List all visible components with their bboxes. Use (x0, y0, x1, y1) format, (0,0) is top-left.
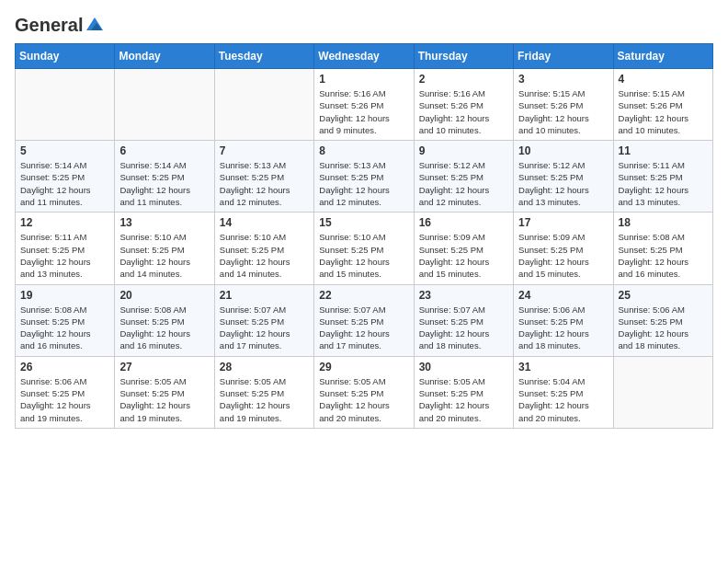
day-number: 21 (220, 289, 309, 302)
day-info: Sunrise: 5:09 AMSunset: 5:25 PMDaylight:… (518, 231, 608, 280)
weekday-header: Tuesday (214, 44, 313, 69)
calendar-cell: 21Sunrise: 5:07 AMSunset: 5:25 PMDayligh… (214, 284, 313, 356)
day-info: Sunrise: 5:12 AMSunset: 5:25 PMDaylight:… (419, 159, 508, 208)
calendar-cell: 7Sunrise: 5:13 AMSunset: 5:25 PMDaylight… (214, 141, 313, 213)
day-info: Sunrise: 5:08 AMSunset: 5:25 PMDaylight:… (119, 304, 209, 352)
day-number: 1 (319, 73, 408, 86)
day-number: 20 (119, 289, 209, 302)
day-number: 9 (419, 144, 508, 157)
day-info: Sunrise: 5:07 AMSunset: 5:25 PMDaylight:… (419, 304, 508, 352)
calendar-cell: 6Sunrise: 5:14 AMSunset: 5:25 PMDaylight… (115, 141, 214, 213)
calendar-cell: 27Sunrise: 5:05 AMSunset: 5:25 PMDayligh… (115, 356, 214, 428)
calendar-cell: 23Sunrise: 5:07 AMSunset: 5:25 PMDayligh… (414, 284, 513, 356)
day-info: Sunrise: 5:06 AMSunset: 5:25 PMDaylight:… (20, 375, 109, 424)
day-info: Sunrise: 5:07 AMSunset: 5:25 PMDaylight:… (319, 304, 408, 352)
day-number: 16 (419, 216, 508, 229)
day-number: 18 (619, 216, 708, 229)
calendar-cell: 2Sunrise: 5:16 AMSunset: 5:26 PMDaylight… (414, 69, 513, 141)
day-number: 13 (119, 216, 209, 229)
calendar-cell: 26Sunrise: 5:06 AMSunset: 5:25 PMDayligh… (16, 356, 115, 428)
day-info: Sunrise: 5:13 AMSunset: 5:25 PMDaylight:… (319, 159, 408, 208)
day-info: Sunrise: 5:05 AMSunset: 5:25 PMDaylight:… (419, 375, 508, 424)
calendar-cell: 13Sunrise: 5:10 AMSunset: 5:25 PMDayligh… (115, 213, 214, 284)
calendar-cell: 29Sunrise: 5:05 AMSunset: 5:25 PMDayligh… (314, 356, 414, 428)
calendar-cell: 17Sunrise: 5:09 AMSunset: 5:25 PMDayligh… (514, 213, 613, 284)
calendar-cell: 30Sunrise: 5:05 AMSunset: 5:25 PMDayligh… (414, 356, 513, 428)
day-number: 8 (319, 144, 408, 157)
day-info: Sunrise: 5:05 AMSunset: 5:25 PMDaylight:… (220, 375, 309, 424)
day-info: Sunrise: 5:06 AMSunset: 5:25 PMDaylight:… (518, 304, 608, 352)
calendar-cell: 25Sunrise: 5:06 AMSunset: 5:25 PMDayligh… (613, 284, 712, 356)
day-number: 23 (419, 289, 508, 302)
calendar-cell (613, 356, 712, 428)
day-number: 25 (619, 289, 708, 302)
weekday-header: Wednesday (314, 44, 414, 69)
calendar-cell: 22Sunrise: 5:07 AMSunset: 5:25 PMDayligh… (314, 284, 414, 356)
day-info: Sunrise: 5:08 AMSunset: 5:25 PMDaylight:… (20, 304, 109, 352)
day-info: Sunrise: 5:15 AMSunset: 5:26 PMDaylight:… (518, 87, 608, 136)
logo-general-text: General (15, 15, 83, 36)
weekday-header: Friday (514, 44, 613, 69)
day-number: 17 (518, 216, 608, 229)
day-number: 2 (419, 73, 508, 86)
day-info: Sunrise: 5:13 AMSunset: 5:25 PMDaylight:… (220, 159, 309, 208)
calendar-cell: 15Sunrise: 5:10 AMSunset: 5:25 PMDayligh… (314, 213, 414, 284)
calendar-cell: 31Sunrise: 5:04 AMSunset: 5:25 PMDayligh… (514, 356, 613, 428)
day-info: Sunrise: 5:11 AMSunset: 5:25 PMDaylight:… (20, 231, 109, 280)
calendar-cell: 14Sunrise: 5:10 AMSunset: 5:25 PMDayligh… (214, 213, 313, 284)
calendar-cell: 19Sunrise: 5:08 AMSunset: 5:25 PMDayligh… (16, 284, 115, 356)
day-number: 14 (220, 216, 309, 229)
calendar-cell: 18Sunrise: 5:08 AMSunset: 5:25 PMDayligh… (613, 213, 712, 284)
day-info: Sunrise: 5:07 AMSunset: 5:25 PMDaylight:… (220, 304, 309, 352)
day-info: Sunrise: 5:09 AMSunset: 5:25 PMDaylight:… (419, 231, 508, 280)
calendar-row: 12Sunrise: 5:11 AMSunset: 5:25 PMDayligh… (16, 213, 713, 284)
day-number: 7 (220, 144, 309, 157)
day-number: 27 (119, 361, 209, 373)
calendar-cell: 20Sunrise: 5:08 AMSunset: 5:25 PMDayligh… (115, 284, 214, 356)
calendar-cell: 16Sunrise: 5:09 AMSunset: 5:25 PMDayligh… (414, 213, 513, 284)
day-info: Sunrise: 5:12 AMSunset: 5:25 PMDaylight:… (518, 159, 608, 208)
calendar-header-row: SundayMondayTuesdayWednesdayThursdayFrid… (16, 44, 713, 69)
weekday-header: Thursday (414, 44, 513, 69)
day-number: 26 (20, 361, 109, 373)
weekday-header: Sunday (16, 44, 115, 69)
day-number: 6 (119, 144, 209, 157)
day-number: 19 (20, 289, 109, 302)
weekday-header: Monday (115, 44, 214, 69)
day-info: Sunrise: 5:10 AMSunset: 5:25 PMDaylight:… (119, 231, 209, 280)
calendar-row: 1Sunrise: 5:16 AMSunset: 5:26 PMDaylight… (16, 69, 713, 141)
day-info: Sunrise: 5:10 AMSunset: 5:25 PMDaylight:… (319, 231, 408, 280)
day-info: Sunrise: 5:05 AMSunset: 5:25 PMDaylight:… (319, 375, 408, 424)
calendar-cell: 11Sunrise: 5:11 AMSunset: 5:25 PMDayligh… (613, 141, 712, 213)
calendar-cell: 8Sunrise: 5:13 AMSunset: 5:25 PMDaylight… (314, 141, 414, 213)
day-number: 30 (419, 361, 508, 373)
day-info: Sunrise: 5:11 AMSunset: 5:25 PMDaylight:… (619, 159, 708, 208)
day-number: 3 (518, 73, 608, 86)
calendar-cell: 1Sunrise: 5:16 AMSunset: 5:26 PMDaylight… (314, 69, 414, 141)
calendar-cell: 24Sunrise: 5:06 AMSunset: 5:25 PMDayligh… (514, 284, 613, 356)
calendar-table: SundayMondayTuesdayWednesdayThursdayFrid… (15, 43, 713, 429)
day-info: Sunrise: 5:14 AMSunset: 5:25 PMDaylight:… (20, 159, 109, 208)
day-number: 24 (518, 289, 608, 302)
calendar-cell (115, 69, 214, 141)
day-info: Sunrise: 5:15 AMSunset: 5:26 PMDaylight:… (619, 87, 708, 136)
day-info: Sunrise: 5:10 AMSunset: 5:25 PMDaylight:… (220, 231, 309, 280)
calendar-cell (214, 69, 313, 141)
weekday-header: Saturday (613, 44, 712, 69)
day-info: Sunrise: 5:16 AMSunset: 5:26 PMDaylight:… (419, 87, 508, 136)
page-header: General (15, 15, 713, 32)
day-number: 31 (518, 361, 608, 373)
calendar-cell (16, 69, 115, 141)
calendar-row: 5Sunrise: 5:14 AMSunset: 5:25 PMDaylight… (16, 141, 713, 213)
calendar-cell: 5Sunrise: 5:14 AMSunset: 5:25 PMDaylight… (16, 141, 115, 213)
day-number: 4 (619, 73, 708, 86)
calendar-row: 26Sunrise: 5:06 AMSunset: 5:25 PMDayligh… (16, 356, 713, 428)
day-info: Sunrise: 5:06 AMSunset: 5:25 PMDaylight:… (619, 304, 708, 352)
day-info: Sunrise: 5:04 AMSunset: 5:25 PMDaylight:… (518, 375, 608, 424)
day-number: 10 (518, 144, 608, 157)
day-number: 28 (220, 361, 309, 373)
calendar-cell: 28Sunrise: 5:05 AMSunset: 5:25 PMDayligh… (214, 356, 313, 428)
day-number: 5 (20, 144, 109, 157)
day-number: 22 (319, 289, 408, 302)
day-info: Sunrise: 5:16 AMSunset: 5:26 PMDaylight:… (319, 87, 408, 136)
